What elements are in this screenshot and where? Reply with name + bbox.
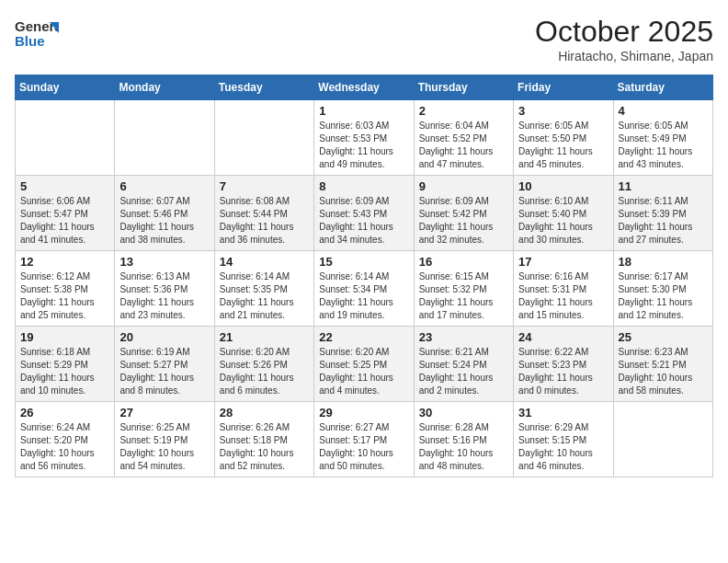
day-number: 19	[20, 330, 109, 344]
day-info: Sunrise: 6:24 AM Sunset: 5:20 PM Dayligh…	[20, 421, 109, 473]
calendar-week-row: 5Sunrise: 6:06 AM Sunset: 5:47 PM Daylig…	[16, 176, 713, 251]
day-number: 6	[119, 179, 209, 193]
weekday-header: Tuesday	[214, 75, 313, 100]
day-info: Sunrise: 6:05 AM Sunset: 5:50 PM Dayligh…	[518, 120, 608, 171]
calendar-cell: 2Sunrise: 6:04 AM Sunset: 5:52 PM Daylig…	[414, 100, 513, 176]
calendar-table: SundayMondayTuesdayWednesdayThursdayFrid…	[15, 75, 713, 477]
day-info: Sunrise: 6:12 AM Sunset: 5:38 PM Dayligh…	[20, 270, 109, 322]
day-number: 16	[419, 255, 508, 269]
calendar-cell: 6Sunrise: 6:07 AM Sunset: 5:46 PM Daylig…	[115, 176, 214, 251]
calendar-cell: 24Sunrise: 6:22 AM Sunset: 5:23 PM Dayli…	[514, 327, 613, 402]
day-number: 26	[20, 406, 109, 419]
day-info: Sunrise: 6:07 AM Sunset: 5:46 PM Dayligh…	[119, 195, 209, 247]
svg-text:General: General	[15, 18, 59, 34]
day-info: Sunrise: 6:18 AM Sunset: 5:29 PM Dayligh…	[20, 346, 109, 397]
page-header: General Blue October 2025 Hiratacho, Shi…	[15, 15, 713, 63]
weekday-header: Monday	[115, 75, 214, 100]
calendar-cell: 23Sunrise: 6:21 AM Sunset: 5:24 PM Dayli…	[414, 327, 513, 402]
day-number: 17	[518, 255, 608, 269]
day-number: 25	[619, 330, 708, 344]
calendar-cell: 21Sunrise: 6:20 AM Sunset: 5:26 PM Dayli…	[214, 327, 313, 402]
calendar-cell: 4Sunrise: 6:05 AM Sunset: 5:49 PM Daylig…	[613, 100, 712, 176]
day-info: Sunrise: 6:17 AM Sunset: 5:30 PM Dayligh…	[619, 270, 708, 322]
day-info: Sunrise: 6:11 AM Sunset: 5:39 PM Dayligh…	[619, 195, 708, 247]
calendar-cell	[214, 100, 313, 176]
day-info: Sunrise: 6:27 AM Sunset: 5:17 PM Dayligh…	[319, 421, 408, 473]
calendar-cell: 20Sunrise: 6:19 AM Sunset: 5:27 PM Dayli…	[115, 327, 214, 402]
day-info: Sunrise: 6:04 AM Sunset: 5:52 PM Dayligh…	[419, 120, 508, 171]
day-number: 3	[518, 104, 608, 118]
day-info: Sunrise: 6:16 AM Sunset: 5:31 PM Dayligh…	[518, 270, 608, 322]
day-info: Sunrise: 6:29 AM Sunset: 5:15 PM Dayligh…	[518, 421, 608, 473]
day-info: Sunrise: 6:20 AM Sunset: 5:25 PM Dayligh…	[319, 346, 408, 397]
day-info: Sunrise: 6:08 AM Sunset: 5:44 PM Dayligh…	[220, 195, 309, 247]
calendar-cell: 22Sunrise: 6:20 AM Sunset: 5:25 PM Dayli…	[314, 327, 414, 402]
weekday-header: Wednesday	[314, 75, 414, 100]
day-info: Sunrise: 6:28 AM Sunset: 5:16 PM Dayligh…	[419, 421, 508, 473]
day-number: 7	[220, 179, 309, 193]
day-info: Sunrise: 6:26 AM Sunset: 5:18 PM Dayligh…	[220, 421, 309, 473]
day-number: 27	[119, 406, 209, 419]
day-number: 22	[319, 330, 408, 344]
day-number: 8	[319, 179, 408, 193]
calendar-cell: 5Sunrise: 6:06 AM Sunset: 5:47 PM Daylig…	[16, 176, 115, 251]
day-info: Sunrise: 6:14 AM Sunset: 5:35 PM Dayligh…	[220, 270, 309, 322]
calendar-cell: 10Sunrise: 6:10 AM Sunset: 5:40 PM Dayli…	[514, 176, 613, 251]
calendar-cell: 19Sunrise: 6:18 AM Sunset: 5:29 PM Dayli…	[16, 327, 115, 402]
calendar-cell: 26Sunrise: 6:24 AM Sunset: 5:20 PM Dayli…	[16, 402, 115, 477]
calendar-week-row: 1Sunrise: 6:03 AM Sunset: 5:53 PM Daylig…	[16, 100, 713, 176]
weekday-header: Friday	[514, 75, 613, 100]
day-number: 5	[20, 179, 109, 193]
day-info: Sunrise: 6:09 AM Sunset: 5:42 PM Dayligh…	[419, 195, 508, 247]
day-info: Sunrise: 6:14 AM Sunset: 5:34 PM Dayligh…	[319, 270, 408, 322]
day-number: 18	[619, 255, 708, 269]
calendar-cell: 14Sunrise: 6:14 AM Sunset: 5:35 PM Dayli…	[214, 251, 313, 327]
day-info: Sunrise: 6:10 AM Sunset: 5:40 PM Dayligh…	[518, 195, 608, 247]
calendar-title: October 2025	[535, 15, 713, 49]
day-number: 21	[220, 330, 309, 344]
day-number: 15	[319, 255, 408, 269]
day-info: Sunrise: 6:15 AM Sunset: 5:32 PM Dayligh…	[419, 270, 508, 322]
calendar-cell: 25Sunrise: 6:23 AM Sunset: 5:21 PM Dayli…	[613, 327, 712, 402]
calendar-cell	[115, 100, 214, 176]
day-info: Sunrise: 6:09 AM Sunset: 5:43 PM Dayligh…	[319, 195, 408, 247]
day-info: Sunrise: 6:20 AM Sunset: 5:26 PM Dayligh…	[220, 346, 309, 397]
day-number: 13	[119, 255, 209, 269]
weekday-header: Thursday	[414, 75, 513, 100]
calendar-cell: 8Sunrise: 6:09 AM Sunset: 5:43 PM Daylig…	[314, 176, 414, 251]
day-info: Sunrise: 6:23 AM Sunset: 5:21 PM Dayligh…	[619, 346, 708, 397]
day-number: 2	[419, 104, 508, 118]
calendar-cell: 16Sunrise: 6:15 AM Sunset: 5:32 PM Dayli…	[414, 251, 513, 327]
calendar-cell: 7Sunrise: 6:08 AM Sunset: 5:44 PM Daylig…	[214, 176, 313, 251]
calendar-cell: 1Sunrise: 6:03 AM Sunset: 5:53 PM Daylig…	[314, 100, 414, 176]
calendar-week-row: 12Sunrise: 6:12 AM Sunset: 5:38 PM Dayli…	[16, 251, 713, 327]
calendar-cell: 27Sunrise: 6:25 AM Sunset: 5:19 PM Dayli…	[115, 402, 214, 477]
title-block: October 2025 Hiratacho, Shimane, Japan	[535, 15, 713, 63]
day-number: 11	[619, 179, 708, 193]
calendar-cell: 31Sunrise: 6:29 AM Sunset: 5:15 PM Dayli…	[514, 402, 613, 477]
day-info: Sunrise: 6:25 AM Sunset: 5:19 PM Dayligh…	[119, 421, 209, 473]
calendar-cell: 30Sunrise: 6:28 AM Sunset: 5:16 PM Dayli…	[414, 402, 513, 477]
day-number: 14	[220, 255, 309, 269]
day-number: 12	[20, 255, 109, 269]
calendar-cell: 3Sunrise: 6:05 AM Sunset: 5:50 PM Daylig…	[514, 100, 613, 176]
day-number: 1	[319, 104, 408, 118]
calendar-cell: 13Sunrise: 6:13 AM Sunset: 5:36 PM Dayli…	[115, 251, 214, 327]
calendar-cell: 11Sunrise: 6:11 AM Sunset: 5:39 PM Dayli…	[613, 176, 712, 251]
day-number: 31	[518, 406, 608, 419]
day-number: 10	[518, 179, 608, 193]
day-number: 29	[319, 406, 408, 419]
day-info: Sunrise: 6:22 AM Sunset: 5:23 PM Dayligh…	[518, 346, 608, 397]
calendar-week-row: 26Sunrise: 6:24 AM Sunset: 5:20 PM Dayli…	[16, 402, 713, 477]
day-info: Sunrise: 6:19 AM Sunset: 5:27 PM Dayligh…	[119, 346, 209, 397]
calendar-cell	[16, 100, 115, 176]
calendar-cell: 28Sunrise: 6:26 AM Sunset: 5:18 PM Dayli…	[214, 402, 313, 477]
day-info: Sunrise: 6:05 AM Sunset: 5:49 PM Dayligh…	[619, 120, 708, 171]
logo-icon: General Blue	[15, 15, 59, 52]
logo: General Blue	[15, 15, 59, 55]
day-info: Sunrise: 6:03 AM Sunset: 5:53 PM Dayligh…	[319, 120, 408, 171]
calendar-subtitle: Hiratacho, Shimane, Japan	[535, 49, 713, 63]
calendar-cell: 12Sunrise: 6:12 AM Sunset: 5:38 PM Dayli…	[16, 251, 115, 327]
day-number: 30	[419, 406, 508, 419]
day-number: 20	[119, 330, 209, 344]
